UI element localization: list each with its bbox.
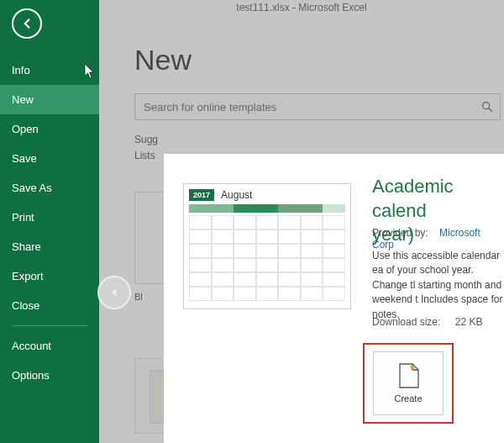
nav-account[interactable]: Account bbox=[0, 331, 99, 361]
previous-template-button[interactable] bbox=[97, 276, 131, 309]
nav-list: Info New Open Save Save As Print Share E… bbox=[0, 55, 99, 390]
nav-print[interactable]: Print bbox=[0, 203, 99, 232]
nav-save[interactable]: Save bbox=[0, 144, 99, 173]
create-button[interactable]: Create bbox=[373, 351, 444, 415]
nav-share[interactable]: Share bbox=[0, 232, 99, 261]
template-description: Use this accessible calendar ea of your … bbox=[372, 249, 504, 322]
download-size: Download size: 22 KB bbox=[372, 316, 482, 328]
provided-by-label: Provided by: bbox=[372, 227, 428, 239]
nav-export[interactable]: Export bbox=[0, 261, 99, 291]
nav-options[interactable]: Options bbox=[0, 361, 99, 390]
create-highlight: Create bbox=[363, 343, 454, 424]
nav-new[interactable]: New bbox=[0, 85, 99, 114]
nav-close[interactable]: Close bbox=[0, 291, 99, 320]
preview-year-badge: 2017 bbox=[189, 189, 214, 201]
nav-save-as[interactable]: Save As bbox=[0, 173, 99, 203]
download-size-value: 22 KB bbox=[455, 316, 483, 328]
backstage-sidebar: Info New Open Save Save As Print Share E… bbox=[0, 0, 99, 443]
arrow-left-icon bbox=[19, 16, 34, 31]
download-size-label: Download size: bbox=[372, 316, 440, 328]
triangle-left-icon bbox=[108, 287, 120, 298]
preview-month-label: August bbox=[221, 189, 252, 201]
nav-separator bbox=[12, 325, 87, 326]
preview-calendar-grid bbox=[189, 215, 345, 301]
back-button[interactable] bbox=[12, 8, 42, 39]
new-document-icon bbox=[397, 363, 419, 388]
nav-info[interactable]: Info bbox=[0, 55, 99, 85]
nav-open[interactable]: Open bbox=[0, 114, 99, 144]
template-preview-image: 2017 August bbox=[183, 183, 351, 309]
preview-header-bar bbox=[189, 204, 345, 213]
create-button-label: Create bbox=[394, 393, 422, 403]
template-provider: Provided by: Microsoft Corp bbox=[372, 227, 504, 251]
